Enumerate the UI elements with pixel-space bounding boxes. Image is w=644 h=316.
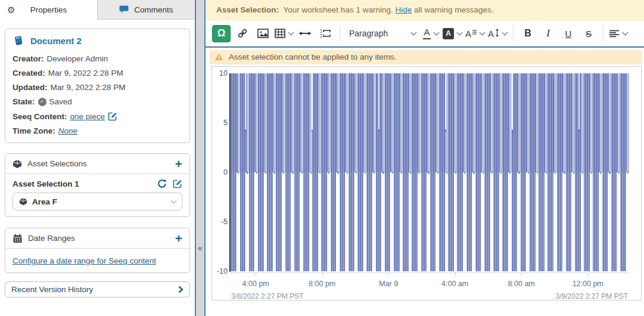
properties-panel: ⚙ Properties Comments Document 2 Creator… [0,0,195,316]
x-tick-mark [322,273,323,276]
font-size-button[interactable]: A [488,24,507,42]
toolbar-separator [340,26,340,41]
x-tick-mark [455,273,456,276]
document-content-area[interactable]: Asset selection cannot be applied to any… [206,48,644,316]
warning-icon [214,53,223,61]
panel-collapse-strip[interactable]: « [195,0,206,316]
seeq-content-link[interactable]: one piece [70,112,105,121]
recent-version-history-button[interactable]: Recent Version History [5,281,190,298]
x-tick-label: 12:00 pm [573,280,603,288]
italic-button[interactable]: I [540,24,556,42]
comment-icon [119,5,129,14]
state-value: Saved [49,97,72,106]
date-ranges-header: Date Ranges [28,234,75,243]
hide-warnings-link[interactable]: Hide [395,5,412,14]
edit-asset-selection-button[interactable] [173,179,182,188]
chevron-down-icon [623,29,629,35]
panel-tab-bar: ⚙ Properties Comments [0,0,195,20]
y-tick-label: 10 [212,69,228,78]
tab-comments-label: Comments [134,5,173,14]
creator-value: Developer Admin [47,54,108,63]
chevron-down-icon [480,29,486,35]
font-family-button[interactable]: A [465,24,484,42]
tab-properties-label: Properties [30,5,67,14]
chevron-down-icon [502,29,508,35]
insert-image-button[interactable] [254,24,271,42]
x-tick-mark [588,273,589,276]
created-label: Created: [13,69,45,78]
seeq-content-label: Seeq Content: [13,112,67,121]
insert-link-button[interactable] [234,24,251,42]
tab-comments[interactable]: Comments [98,0,195,20]
worksheet-warning-bar: Asset Selection: Your worksheet has 1 wa… [206,0,644,21]
strikethrough-button[interactable]: S [580,24,597,42]
font-size-icon: A [488,29,499,39]
align-button[interactable] [609,24,627,42]
text-color-button[interactable]: A [422,24,439,42]
page-break-button[interactable] [317,24,334,42]
asset-warning-text: Asset selection cannot be applied to any… [229,52,396,61]
calendar-icon [13,234,23,243]
updated-value: Mar 9, 2022 2:28 PM [51,83,126,92]
paragraph-style-value: Paragraph [349,29,388,38]
asset-warning-message: Asset selection cannot be applied to any… [210,50,642,64]
font-family-icon: A [465,29,477,39]
align-icon [609,30,620,38]
state-row: State: ✓ Saved [13,97,182,106]
x-tick-mark [388,273,389,276]
configure-date-range-link[interactable]: Configure a date range for Seeq content [13,256,156,265]
asset-dropdown[interactable]: Area F [13,193,182,210]
seeq-content-button[interactable]: Ω [212,25,231,42]
edit-content-icon[interactable] [108,111,117,121]
chart-range-end-label: 3/9/2022 2:27 PM PST [556,292,628,300]
edit-icon [173,179,182,188]
editor-toolbar: Ω Paragraph A [206,21,644,47]
x-tick-label: 8:00 am [508,280,535,288]
seeq-organizer-app: ⚙ Properties Comments Document 2 Creator… [0,0,644,316]
asset-dropdown-value: Area F [32,197,57,206]
full-width-button[interactable] [297,24,313,42]
updated-row: Updated: Mar 9, 2022 2:28 PM [13,83,182,92]
chevron-down-icon [457,29,463,35]
updated-label: Updated: [13,83,48,92]
add-date-range-button[interactable]: + [175,232,182,244]
seeq-content-row: Seeq Content: one piece [13,111,182,121]
recent-version-history-label: Recent Version History [11,285,93,294]
created-row: Created: Mar 9, 2022 2:28 PM [13,69,182,78]
chevron-right-icon [178,286,183,293]
tab-properties[interactable]: ⚙ Properties [0,0,98,20]
add-asset-selection-button[interactable]: + [175,157,182,170]
asset-selection-name: Asset Selection 1 [13,179,79,188]
seeq-content-chart[interactable]: 3/8/2022 2:27 PM PST 3/9/2022 2:27 PM PS… [211,66,642,300]
time-zone-link[interactable]: None [58,126,77,135]
toolbar-separator [513,26,514,41]
horizontal-arrows-icon [298,30,312,37]
paragraph-style-dropdown[interactable]: Paragraph [349,29,416,38]
y-tick-label: -5 [212,218,228,226]
gear-icon: ⚙ [7,5,15,16]
y-tick-label: -10 [212,267,228,275]
text-color-icon: A [423,27,430,39]
editor-area: Asset Selection: Your worksheet has 1 wa… [206,0,644,316]
background-color-button[interactable]: A [443,24,462,42]
chart-plot-area [231,73,629,271]
creator-label: Creator: [13,54,44,63]
chevron-down-icon [171,197,177,203]
chevron-down-icon [411,29,417,35]
y-tick-label: 0 [212,168,228,176]
background-color-icon: A [443,28,454,39]
x-tick-mark [256,273,256,276]
chart-x-axis [230,272,629,273]
insert-table-button[interactable] [275,24,293,42]
chevron-down-icon [433,29,439,35]
date-ranges-card: Date Ranges + Configure a date range for… [5,228,190,273]
link-icon [237,28,248,39]
underline-button[interactable]: U [560,24,577,42]
bold-button[interactable]: B [519,24,536,42]
refresh-asset-selection-button[interactable] [157,179,167,188]
collapse-panel-icon[interactable]: « [198,243,203,253]
x-tick-label: Mar 9 [379,280,398,288]
state-label: State: [13,97,35,106]
creator-row: Creator: Developer Admin [13,54,182,63]
chevron-down-icon [288,29,294,35]
